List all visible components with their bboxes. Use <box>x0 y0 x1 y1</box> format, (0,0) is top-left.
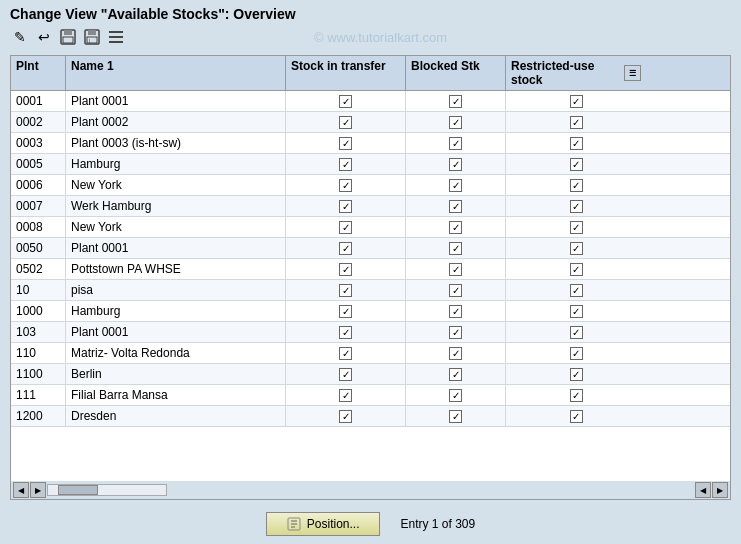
cell-blocked[interactable] <box>406 154 506 174</box>
cell-restricted[interactable] <box>506 196 646 216</box>
h-scroll-track[interactable] <box>47 484 167 496</box>
cell-transfer[interactable] <box>286 364 406 384</box>
cell-blocked[interactable] <box>406 175 506 195</box>
cell-transfer[interactable] <box>286 112 406 132</box>
checkbox-restricted[interactable] <box>570 410 583 423</box>
cell-blocked[interactable] <box>406 238 506 258</box>
edit-icon[interactable]: ✎ <box>10 27 30 47</box>
cell-transfer[interactable] <box>286 217 406 237</box>
cell-blocked[interactable] <box>406 112 506 132</box>
cell-transfer[interactable] <box>286 196 406 216</box>
checkbox-blocked[interactable] <box>449 389 462 402</box>
cell-restricted[interactable] <box>506 343 646 363</box>
cell-restricted[interactable] <box>506 154 646 174</box>
checkbox-transfer[interactable] <box>339 137 352 150</box>
checkbox-transfer[interactable] <box>339 326 352 339</box>
checkbox-restricted[interactable] <box>570 368 583 381</box>
table-row[interactable]: 0050Plant 0001 <box>11 238 730 259</box>
checkbox-blocked[interactable] <box>449 263 462 276</box>
checkbox-restricted[interactable] <box>570 347 583 360</box>
cell-transfer[interactable] <box>286 406 406 426</box>
table-row[interactable]: 103Plant 0001 <box>11 322 730 343</box>
column-config-icon[interactable]: ☰ <box>624 65 641 81</box>
cell-transfer[interactable] <box>286 385 406 405</box>
scroll-left-arrow[interactable]: ◀ <box>13 482 29 498</box>
checkbox-transfer[interactable] <box>339 347 352 360</box>
cell-blocked[interactable] <box>406 301 506 321</box>
checkbox-transfer[interactable] <box>339 305 352 318</box>
checkbox-transfer[interactable] <box>339 179 352 192</box>
cell-transfer[interactable] <box>286 301 406 321</box>
cell-restricted[interactable] <box>506 91 646 111</box>
checkbox-restricted[interactable] <box>570 200 583 213</box>
table-row[interactable]: 1100Berlin <box>11 364 730 385</box>
cell-blocked[interactable] <box>406 133 506 153</box>
table-row[interactable]: 0005Hamburg <box>11 154 730 175</box>
table-row[interactable]: 0008New York <box>11 217 730 238</box>
table-row[interactable]: 0001Plant 0001 <box>11 91 730 112</box>
cell-transfer[interactable] <box>286 154 406 174</box>
cell-transfer[interactable] <box>286 91 406 111</box>
checkbox-transfer[interactable] <box>339 95 352 108</box>
checkbox-restricted[interactable] <box>570 221 583 234</box>
cell-blocked[interactable] <box>406 406 506 426</box>
cell-blocked[interactable] <box>406 343 506 363</box>
checkbox-transfer[interactable] <box>339 200 352 213</box>
cell-restricted[interactable] <box>506 280 646 300</box>
cell-transfer[interactable] <box>286 343 406 363</box>
checkbox-blocked[interactable] <box>449 116 462 129</box>
table-row[interactable]: 111Filial Barra Mansa <box>11 385 730 406</box>
cell-restricted[interactable] <box>506 133 646 153</box>
cell-restricted[interactable] <box>506 385 646 405</box>
table-row[interactable]: 0002Plant 0002 <box>11 112 730 133</box>
cell-transfer[interactable] <box>286 238 406 258</box>
cell-restricted[interactable] <box>506 259 646 279</box>
cell-blocked[interactable] <box>406 259 506 279</box>
cell-restricted[interactable] <box>506 364 646 384</box>
checkbox-restricted[interactable] <box>570 305 583 318</box>
checkbox-transfer[interactable] <box>339 116 352 129</box>
checkbox-blocked[interactable] <box>449 179 462 192</box>
checkbox-restricted[interactable] <box>570 326 583 339</box>
checkbox-transfer[interactable] <box>339 263 352 276</box>
table-row[interactable]: 0006New York <box>11 175 730 196</box>
cell-blocked[interactable] <box>406 280 506 300</box>
h-scroll-thumb[interactable] <box>58 485 98 495</box>
checkbox-restricted[interactable] <box>570 95 583 108</box>
checkbox-restricted[interactable] <box>570 116 583 129</box>
table-row[interactable]: 0007Werk Hamburg <box>11 196 730 217</box>
scroll-right3-arrow[interactable]: ▶ <box>712 482 728 498</box>
checkbox-blocked[interactable] <box>449 347 462 360</box>
table-row[interactable]: 0502Pottstown PA WHSE <box>11 259 730 280</box>
checkbox-transfer[interactable] <box>339 368 352 381</box>
cell-restricted[interactable] <box>506 301 646 321</box>
checkbox-transfer[interactable] <box>339 284 352 297</box>
cell-blocked[interactable] <box>406 217 506 237</box>
checkbox-blocked[interactable] <box>449 242 462 255</box>
checkbox-restricted[interactable] <box>570 242 583 255</box>
checkbox-transfer[interactable] <box>339 410 352 423</box>
cell-restricted[interactable] <box>506 175 646 195</box>
cell-blocked[interactable] <box>406 91 506 111</box>
scroll-right-arrow[interactable]: ▶ <box>30 482 46 498</box>
table-row[interactable]: 0003Plant 0003 (is-ht-sw) <box>11 133 730 154</box>
cell-restricted[interactable] <box>506 217 646 237</box>
table-row[interactable]: 10pisa <box>11 280 730 301</box>
checkbox-restricted[interactable] <box>570 137 583 150</box>
table-row[interactable]: 110Matriz- Volta Redonda <box>11 343 730 364</box>
cell-blocked[interactable] <box>406 196 506 216</box>
checkbox-blocked[interactable] <box>449 305 462 318</box>
position-button[interactable]: Position... <box>266 512 381 536</box>
back-icon[interactable]: ↩ <box>34 27 54 47</box>
cell-restricted[interactable] <box>506 406 646 426</box>
checkbox-transfer[interactable] <box>339 389 352 402</box>
checkbox-blocked[interactable] <box>449 368 462 381</box>
checkbox-restricted[interactable] <box>570 179 583 192</box>
cell-transfer[interactable] <box>286 259 406 279</box>
cell-restricted[interactable] <box>506 112 646 132</box>
checkbox-blocked[interactable] <box>449 200 462 213</box>
cell-blocked[interactable] <box>406 364 506 384</box>
checkbox-transfer[interactable] <box>339 221 352 234</box>
checkbox-blocked[interactable] <box>449 326 462 339</box>
checkbox-blocked[interactable] <box>449 410 462 423</box>
